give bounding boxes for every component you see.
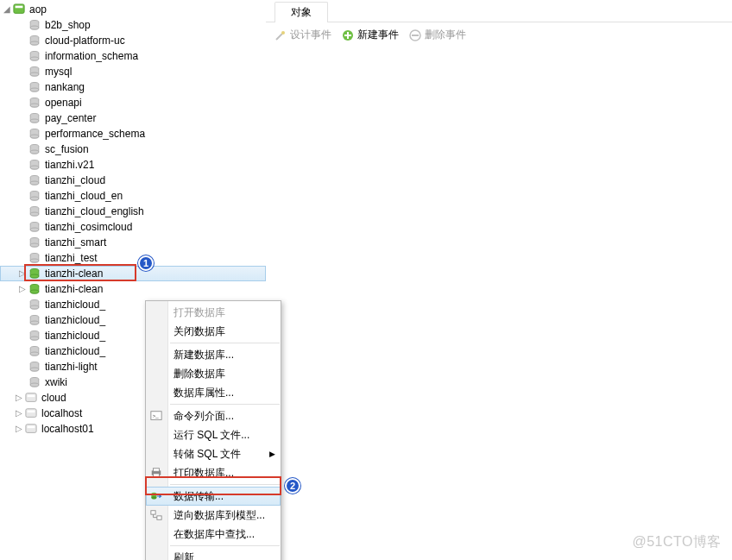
menu-item-label: 数据库属性... — [174, 386, 234, 400]
watermark: @51CTO博客 — [632, 533, 722, 551]
database-node[interactable]: openapi — [0, 95, 266, 110]
database-node[interactable]: tianzhi.v21 — [0, 157, 266, 173]
toolbar-design-event[interactable]: 设计事件 — [274, 28, 331, 42]
menu-find-in-database[interactable]: 在数据库中查找... — [146, 525, 281, 544]
menu-item-label: 运行 SQL 文件... — [174, 428, 249, 443]
menu-dump-sql-file[interactable]: 转储 SQL 文件 ▶ — [146, 444, 281, 463]
database-node[interactable]: pay_center — [0, 110, 266, 126]
menu-refresh[interactable]: 刷新 — [146, 548, 281, 560]
svg-point-33 — [30, 259, 39, 262]
menu-reverse-to-model[interactable]: 逆向数据库到模型... — [146, 506, 281, 525]
menu-item-label: 新建数据库... — [174, 348, 234, 362]
menu-data-transfer[interactable]: 数据传输... — [146, 487, 281, 506]
toolbar-new-event[interactable]: 新建事件 — [342, 28, 399, 42]
svg-point-17 — [30, 135, 39, 138]
svg-point-5 — [30, 41, 39, 45]
toolbar-item-label: 删除事件 — [425, 28, 466, 42]
connection-label: localhost01 — [41, 421, 94, 437]
data-transfer-icon — [149, 489, 163, 503]
menu-item-label: 关闭数据库 — [174, 324, 225, 339]
database-icon — [28, 361, 41, 373]
database-node[interactable]: ▷tianzhi-clean — [0, 266, 266, 281]
svg-rect-64 — [151, 511, 155, 514]
database-icon — [28, 50, 41, 62]
database-icon — [28, 314, 41, 326]
menu-separator — [170, 545, 280, 546]
console-icon: >_ — [149, 409, 163, 423]
svg-point-39 — [30, 305, 39, 309]
database-node[interactable]: information_schema — [0, 48, 266, 64]
svg-point-31 — [30, 243, 39, 247]
menu-drop-database[interactable]: 删除数据库 — [146, 364, 281, 383]
menu-open-database[interactable]: 打开数据库 — [146, 303, 281, 322]
svg-point-27 — [30, 212, 39, 216]
menu-item-label: 删除数据库 — [174, 367, 225, 381]
expand-arrow-icon: ▷ — [17, 281, 28, 297]
database-label: tianzhi_cloud — [45, 173, 105, 188]
database-node[interactable]: nankang — [0, 79, 266, 95]
menu-separator — [170, 404, 280, 405]
database-node[interactable]: tianzhi_cloud_en — [0, 188, 266, 204]
database-node[interactable]: sc_fusion — [0, 142, 266, 157]
connection-label: aop — [29, 2, 47, 17]
database-icon — [28, 283, 41, 295]
menu-run-sql-file[interactable]: 运行 SQL 文件... — [146, 425, 281, 444]
database-node[interactable]: tianzhi_test — [0, 250, 266, 266]
expand-arrow-icon: ▷ — [14, 390, 24, 406]
menu-print-database[interactable]: 打印数据库... — [146, 463, 281, 482]
svg-point-47 — [30, 368, 39, 371]
connection-node-aop[interactable]: ◢ aop — [0, 2, 266, 17]
model-icon — [149, 508, 163, 522]
database-label: b2b_shop — [45, 17, 91, 33]
database-node[interactable]: b2b_shop — [0, 17, 266, 33]
database-label: pay_center — [45, 110, 96, 126]
svg-point-49 — [30, 383, 39, 387]
tab-objects[interactable]: 对象 — [274, 2, 328, 22]
database-node[interactable]: performance_schema — [0, 126, 266, 142]
database-context-menu: 打开数据库 关闭数据库 新建数据库... 删除数据库 数据库属性... >_ 命… — [145, 300, 281, 560]
database-label: xwiki — [45, 374, 67, 390]
wand-icon — [274, 29, 287, 41]
svg-rect-55 — [28, 426, 35, 429]
database-label: openapi — [45, 95, 82, 110]
svg-point-13 — [30, 104, 39, 107]
database-node[interactable]: ▷tianzhi-clean — [0, 281, 266, 297]
svg-point-21 — [30, 166, 39, 169]
menu-separator — [170, 343, 280, 343]
toolbar-delete-event[interactable]: 删除事件 — [409, 28, 466, 42]
svg-rect-53 — [28, 411, 35, 413]
connection-label: localhost — [41, 406, 82, 421]
menu-close-database[interactable]: 关闭数据库 — [146, 322, 281, 341]
menu-item-label: 在数据库中查找... — [174, 527, 255, 542]
svg-point-35 — [30, 274, 39, 278]
svg-point-45 — [30, 352, 39, 356]
menu-item-label: 刷新 — [174, 551, 194, 561]
menu-database-properties[interactable]: 数据库属性... — [146, 383, 281, 402]
database-node[interactable]: tianzhi_smart — [0, 235, 266, 250]
database-node[interactable]: tianzhi_cosimcloud — [0, 219, 266, 235]
expand-arrow-icon: ▷ — [14, 406, 24, 421]
printer-icon — [149, 466, 163, 480]
svg-rect-1 — [16, 6, 23, 9]
database-node[interactable]: mysql — [0, 64, 266, 79]
database-label: tianzhi-clean — [45, 266, 103, 281]
database-node[interactable]: tianzhi_cloud — [0, 173, 266, 188]
connection-icon — [12, 3, 26, 16]
menu-command-interface[interactable]: >_ 命令列介面... — [146, 406, 281, 425]
database-icon — [28, 97, 41, 109]
database-icon — [28, 299, 41, 311]
svg-point-9 — [30, 72, 39, 76]
svg-point-63 — [151, 496, 156, 500]
svg-point-15 — [30, 119, 39, 123]
object-toolbar: 设计事件 新建事件 删除事件 — [266, 22, 732, 47]
svg-point-29 — [30, 228, 39, 231]
menu-new-database[interactable]: 新建数据库... — [146, 345, 281, 364]
menu-item-label: 打印数据库... — [174, 466, 234, 481]
object-tab-bar: 对象 — [266, 0, 732, 22]
svg-point-7 — [30, 57, 39, 60]
database-node[interactable]: cloud-platform-uc — [0, 33, 266, 48]
database-node[interactable]: tianzhi_cloud_english — [0, 204, 266, 219]
connection-label: cloud — [41, 390, 66, 406]
database-icon — [28, 330, 41, 342]
plus-circle-icon — [342, 29, 354, 41]
